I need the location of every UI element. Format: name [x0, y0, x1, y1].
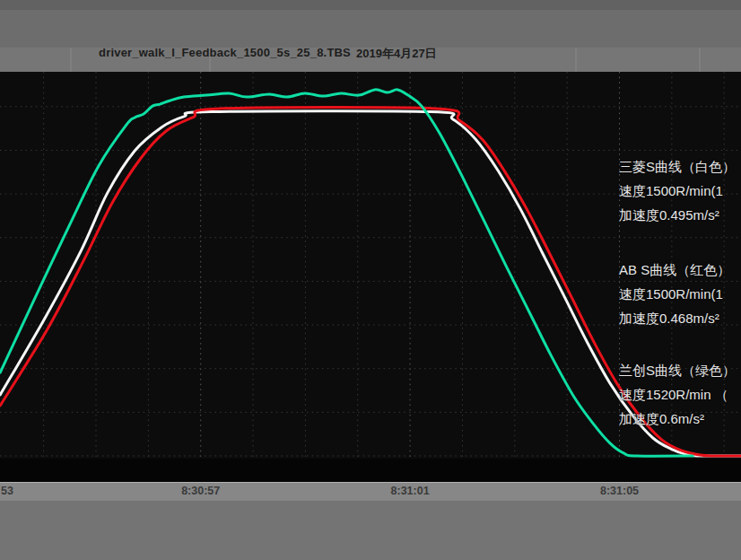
legend-accel-value: 加速度0.6m/s²: [619, 407, 741, 431]
legend-speed-value: 速度1520R/min （: [619, 382, 741, 407]
file-name-title: driver_walk_I_Feedback_1500_5s_25_8.TBS: [99, 46, 351, 59]
x-tick-0: 8:30:57: [181, 485, 220, 497]
time-axis-scrollbar[interactable]: 53 8:30:57 8:31:01 8:31:05: [0, 482, 741, 501]
header-divider: [699, 48, 701, 72]
legend-speed-value: 速度1500R/min(1: [619, 179, 741, 203]
chart-plot-area[interactable]: 三菱S曲线（白色） 速度1500R/min(1 加速度0.495m/s² AB …: [0, 72, 741, 482]
legend-curve-name: AB S曲线（红色）: [619, 258, 741, 282]
legend-curve-name: 兰创S曲线（绿色）: [619, 358, 741, 382]
tbs-viewer-window: driver_walk_I_Feedback_1500_5s_25_8.TBS …: [0, 0, 741, 560]
header-divider: [575, 48, 577, 72]
header-divider: [70, 48, 72, 72]
record-date: 2019年4月27日: [356, 46, 437, 62]
title-bar-top-strip: [0, 0, 741, 10]
legend-curve-name: 三菱S曲线（白色）: [619, 154, 741, 179]
legend-block-mitsubishi: 三菱S曲线（白色） 速度1500R/min(1 加速度0.495m/s²: [619, 154, 741, 227]
legend-block-lanchuang: 兰创S曲线（绿色） 速度1520R/min （ 加速度0.6m/s²: [619, 358, 741, 431]
x-tick-left-cut: 53: [1, 485, 13, 497]
legend-speed-value: 速度1500R/min(1: [619, 282, 741, 306]
x-tick-2: 8:31:05: [600, 485, 639, 497]
title-bar: driver_walk_I_Feedback_1500_5s_25_8.TBS …: [0, 0, 741, 72]
bottom-empty-panel: [0, 501, 741, 560]
legend-block-ab: AB S曲线（红色） 速度1500R/min(1 加速度0.468m/s²: [619, 258, 741, 330]
x-tick-1: 8:31:01: [391, 485, 430, 497]
legend-accel-value: 加速度0.468m/s²: [619, 306, 741, 330]
legend-accel-value: 加速度0.495m/s²: [619, 203, 741, 227]
